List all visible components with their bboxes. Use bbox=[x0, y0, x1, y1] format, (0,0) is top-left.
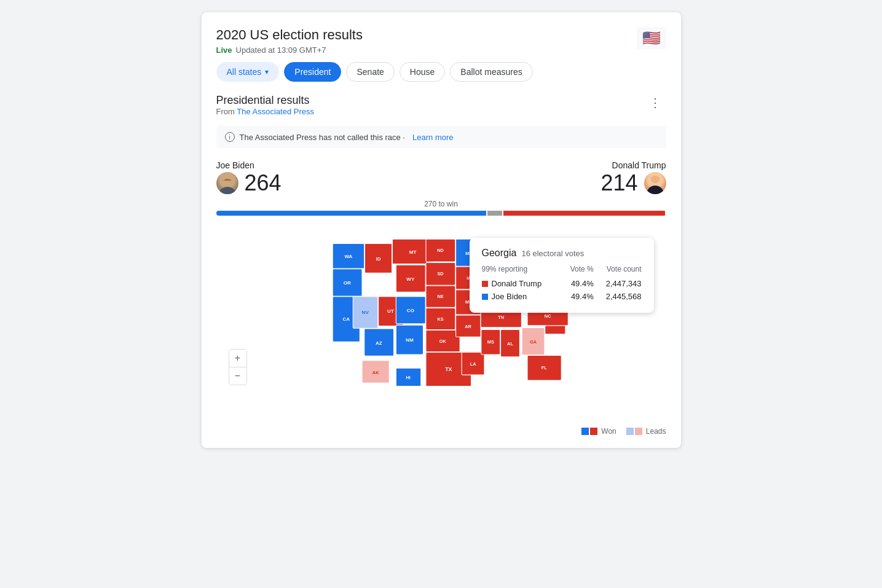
trump-block: Donald Trump 214 bbox=[600, 160, 666, 196]
svg-text:UT: UT bbox=[387, 308, 394, 314]
zoom-in-button[interactable]: + bbox=[229, 350, 246, 367]
tooltip-vote-pct-header: Vote % bbox=[562, 265, 594, 277]
source-link[interactable]: The Associated Press bbox=[237, 107, 314, 116]
tooltip-vote-count-header: Vote count bbox=[594, 265, 642, 277]
section-source: From The Associated Press bbox=[216, 107, 314, 116]
svg-text:ND: ND bbox=[437, 248, 444, 253]
svg-text:AZ: AZ bbox=[375, 340, 382, 346]
svg-text:AL: AL bbox=[507, 341, 513, 347]
tab-senate[interactable]: Senate bbox=[346, 62, 394, 82]
trump-dot bbox=[482, 281, 488, 287]
svg-text:FL: FL bbox=[541, 365, 546, 370]
svg-point-1 bbox=[219, 187, 235, 194]
svg-text:TN: TN bbox=[498, 315, 504, 320]
biden-votes: 264 bbox=[245, 170, 282, 196]
tooltip-row-biden: Joe Biden 49.4% 2,445,568 bbox=[482, 290, 642, 303]
tab-house[interactable]: House bbox=[400, 62, 445, 82]
candidates-row: Joe Biden 264 Donald Trump 214 bbox=[216, 160, 666, 196]
svg-text:LA: LA bbox=[470, 361, 476, 367]
map-section: WA OR CA ID MT NV UT WY bbox=[216, 225, 666, 422]
main-title: 2020 US election results bbox=[216, 27, 363, 43]
svg-text:AK: AK bbox=[372, 370, 379, 375]
title-block: 2020 US election results Live Updated at… bbox=[216, 27, 363, 55]
svg-text:AR: AR bbox=[465, 324, 471, 329]
svg-text:TX: TX bbox=[445, 366, 452, 372]
biden-name: Joe Biden bbox=[216, 160, 282, 170]
tab-ballot-measures[interactable]: Ballot measures bbox=[450, 62, 532, 82]
biden-block: Joe Biden 264 bbox=[216, 160, 282, 196]
svg-point-5 bbox=[651, 176, 660, 183]
legend-leads-red bbox=[635, 428, 642, 435]
trump-vote-count: 2,447,343 bbox=[594, 277, 642, 290]
biden-vote-count: 2,445,568 bbox=[594, 290, 642, 303]
tabs-row: All states ▾ President Senate House Ball… bbox=[216, 62, 666, 82]
zoom-out-button[interactable]: − bbox=[229, 367, 246, 385]
legend-won-label: Won bbox=[601, 427, 616, 436]
trump-name: Donald Trump bbox=[600, 160, 666, 170]
svg-text:GA: GA bbox=[530, 339, 537, 345]
svg-point-3 bbox=[647, 186, 664, 194]
header-row: 2020 US election results Live Updated at… bbox=[216, 27, 666, 55]
notice-text: The Associated Press has not called this… bbox=[240, 133, 406, 142]
info-icon: i bbox=[225, 132, 235, 142]
legend-leads: Leads bbox=[626, 427, 666, 436]
svg-text:WY: WY bbox=[406, 276, 415, 282]
progress-section: 270 to win bbox=[216, 200, 666, 216]
legend-row: Won Leads bbox=[216, 427, 666, 436]
main-card: 2020 US election results Live Updated at… bbox=[202, 12, 681, 448]
svg-text:CO: CO bbox=[406, 308, 414, 313]
flag-icon: 🇺🇸 bbox=[637, 27, 666, 49]
state-tooltip: Georgia 16 electoral votes 99% reporting… bbox=[470, 238, 654, 313]
progress-bar bbox=[216, 211, 666, 216]
updated-text: Updated at 13:09 GMT+7 bbox=[236, 45, 326, 55]
progress-label: 270 to win bbox=[216, 200, 666, 208]
legend-leads-label: Leads bbox=[646, 427, 666, 436]
section-title: Presidential results bbox=[216, 94, 314, 107]
tooltip-reporting-header: 99% reporting bbox=[482, 265, 562, 277]
legend-won: Won bbox=[581, 427, 616, 436]
trump-bar bbox=[503, 211, 666, 216]
tab-president[interactable]: President bbox=[284, 62, 341, 82]
tab-all-states[interactable]: All states ▾ bbox=[216, 62, 280, 82]
svg-text:NV: NV bbox=[361, 310, 369, 315]
legend-leads-blue bbox=[626, 428, 634, 435]
svg-text:KS: KS bbox=[437, 316, 443, 322]
more-options-button[interactable]: ⋮ bbox=[644, 94, 666, 111]
svg-text:NC: NC bbox=[544, 313, 551, 319]
tooltip-state-name: Georgia bbox=[482, 248, 517, 259]
trump-vote-pct: 49.4% bbox=[562, 277, 594, 290]
legend-won-blue bbox=[581, 428, 589, 435]
svg-text:MS: MS bbox=[487, 339, 494, 345]
svg-text:MT: MT bbox=[409, 249, 416, 255]
tooltip-ev: 16 electoral votes bbox=[521, 249, 584, 258]
section-header: Presidential results From The Associated… bbox=[216, 94, 666, 123]
svg-text:WA: WA bbox=[344, 254, 352, 259]
zoom-controls: + − bbox=[229, 349, 247, 385]
biden-dot bbox=[482, 294, 488, 300]
chevron-down-icon: ▾ bbox=[265, 68, 269, 76]
legend-won-red bbox=[590, 428, 597, 435]
notice-bar: i The Associated Press has not called th… bbox=[216, 126, 666, 148]
svg-text:CA: CA bbox=[342, 316, 350, 322]
biden-bar bbox=[216, 211, 486, 216]
svg-text:NM: NM bbox=[406, 337, 414, 343]
learn-more-link[interactable]: Learn more bbox=[412, 133, 453, 142]
svg-text:SD: SD bbox=[437, 271, 443, 276]
svg-text:OK: OK bbox=[439, 339, 446, 344]
tooltip-row-trump: Donald Trump 49.4% 2,447,343 bbox=[482, 277, 642, 290]
undecided-bar bbox=[487, 211, 502, 216]
tooltip-table: 99% reporting Vote % Vote count Donald T… bbox=[482, 265, 642, 303]
svg-text:HI: HI bbox=[406, 375, 410, 380]
svg-text:NE: NE bbox=[437, 294, 443, 299]
trump-avatar bbox=[644, 172, 666, 194]
live-row: Live Updated at 13:09 GMT+7 bbox=[216, 45, 363, 55]
trump-votes: 214 bbox=[600, 170, 637, 196]
svg-text:OR: OR bbox=[343, 280, 350, 286]
svg-text:ID: ID bbox=[376, 256, 380, 262]
biden-vote-pct: 49.4% bbox=[562, 290, 594, 303]
biden-avatar bbox=[216, 172, 238, 194]
live-badge: Live bbox=[216, 45, 232, 55]
